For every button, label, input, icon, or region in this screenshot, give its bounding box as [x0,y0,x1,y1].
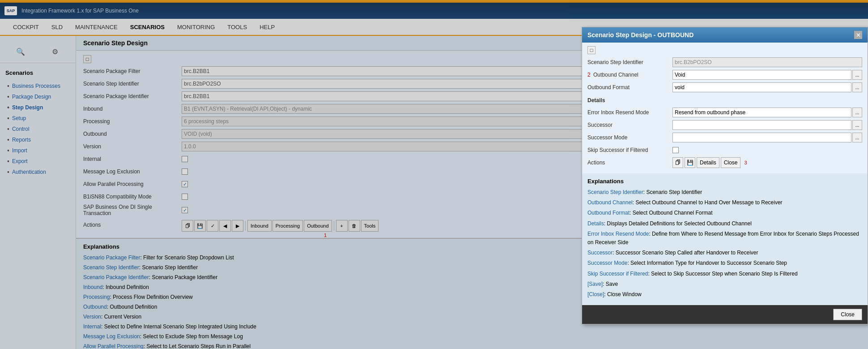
modal-tb-save-btn[interactable]: 💾 [685,157,695,168]
step-label-3: 3 [744,160,747,165]
modal-expl-step-id: Scenario Step Identifier: Scenario Step … [587,188,862,197]
modal-tb-details-btn[interactable]: Details [697,157,719,168]
modal-value-successor: ... [672,120,862,130]
modal-label-error-inbox: Error Inbox Resend Mode [587,109,672,116]
modal-body: □ Scenario Step Identifier 2 Outbound Ch… [582,43,868,305]
modal-value-actions: 🗍 💾 Details Close 3 [672,157,862,168]
modal-row-skip-successor: Skip Successor if Filtered [587,145,862,155]
modal-explanations-title: Explanations [587,178,862,185]
modal-label-skip-successor: Skip Successor if Filtered [587,147,672,153]
modal-value-error-inbox: ... [672,108,862,117]
modal-form: □ Scenario Step Identifier 2 Outbound Ch… [582,43,868,173]
modal-input-error-inbox[interactable] [672,108,851,117]
modal-row-error-inbox: Error Inbox Resend Mode ... [587,107,862,118]
modal-btn-successor-mode[interactable]: ... [852,133,862,142]
modal-explanations: Explanations Scenario Step Identifier: S… [582,173,868,305]
modal-expl-skip-successor: Skip Successor if Filtered: Select to Sk… [587,270,862,278]
modal-expl-outbound-format: Outbound Format: Select Outbound Channel… [587,209,862,217]
modal-row-details-label: Details [587,95,862,105]
modal-row-actions: Actions 🗍 💾 Details Close 3 [587,157,862,168]
modal-value-outbound-format: ... [672,82,862,92]
main-layout: 🔍 ⚙ Scenarios Business Processes Package… [0,36,868,349]
modal-footer-close-btn[interactable]: Close [833,309,862,320]
modal-input-step-id [672,57,862,67]
modal-value-step-id [672,57,862,67]
modal-input-successor-mode[interactable] [672,133,851,142]
modal-value-outbound-channel: ... [672,70,862,80]
modal-row-outbound-format: Outbound Format ... [587,82,862,93]
modal-outbound: Scenario Step Design - OUTBOUND ✕ □ Scen… [582,27,868,324]
modal-tb-close-btn[interactable]: Close [721,157,741,168]
modal-btn-successor[interactable]: ... [852,120,862,130]
modal-value-skip-successor [672,147,862,153]
modal-input-outbound-channel[interactable] [672,70,851,80]
modal-row-successor: Successor ... [587,120,862,130]
modal-collapse-btn[interactable]: □ [587,46,596,54]
modal-toolbar: 🗍 💾 Details Close [672,157,740,168]
modal-footer: Close [582,305,868,324]
modal-expl-close: [Close]: Close Window [587,290,862,299]
modal-expl-error-inbox: Error Inbox Resend Mode: Define from Whe… [587,230,862,247]
modal-tb-copy-btn[interactable]: 🗍 [672,157,683,168]
modal-label-outbound-format: Outbound Format [587,84,672,90]
modal-btn-error-inbox[interactable]: ... [852,108,862,117]
modal-btn-outbound-channel[interactable]: ... [852,70,862,80]
modal-section-details: Details [587,95,605,104]
modal-expl-successor-mode: Successor Mode: Select Information Type … [587,259,862,267]
modal-input-successor[interactable] [672,120,851,130]
modal-expl-details: Details: Displays Detailed Definitions f… [587,220,862,228]
modal-header: Scenario Step Design - OUTBOUND ✕ [582,27,868,43]
modal-label-outbound-channel: 2 Outbound Channel [587,72,672,78]
modal-label-successor-mode: Successor Mode [587,134,672,141]
modal-btn-outbound-format[interactable]: ... [852,82,862,92]
modal-label-successor: Successor [587,122,672,128]
modal-row-outbound-channel: 2 Outbound Channel ... [587,69,862,80]
modal-close-x-btn[interactable]: ✕ [854,31,862,39]
modal-label-step-id: Scenario Step Identifier [587,59,672,65]
modal-expl-outbound-channel: Outbound Channel: Select Outbound Channe… [587,198,862,207]
modal-label-actions: Actions [587,159,672,166]
modal-expl-save: [Save]: Save [587,280,862,289]
modal-expl-successor: Successor: Successor Scenario Step Calle… [587,249,862,257]
modal-title: Scenario Step Design - OUTBOUND [587,31,694,39]
modal-checkbox-skip-successor[interactable] [672,147,679,153]
modal-row-successor-mode: Successor Mode ... [587,132,862,143]
modal-input-outbound-format[interactable] [672,82,851,92]
modal-value-successor-mode: ... [672,133,862,142]
outbound-channel-number: 2 [587,72,591,78]
modal-row-step-id: Scenario Step Identifier [587,57,862,68]
